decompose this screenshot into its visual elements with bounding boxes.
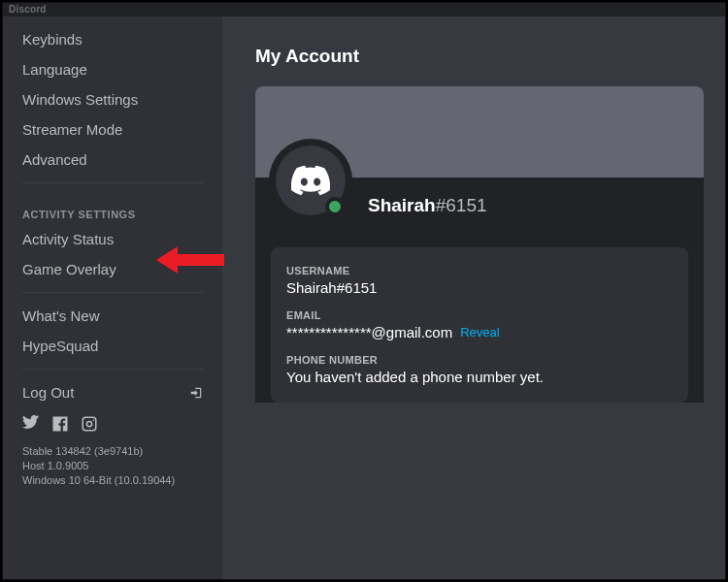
sidebar-header-activity: ACTIVITY SETTINGS: [13, 191, 213, 224]
social-links: [13, 407, 213, 438]
sidebar-item-activity-status[interactable]: Activity Status: [13, 224, 213, 254]
discriminator: #6151: [436, 195, 487, 216]
separator: [22, 369, 203, 370]
settings-sidebar: Keybinds Language Windows Settings Strea…: [3, 16, 222, 579]
profile-header: Shairah#6151: [255, 178, 704, 234]
separator: [22, 182, 203, 183]
twitter-icon[interactable]: [22, 415, 40, 436]
field-value-username: Shairah#6151: [286, 279, 673, 296]
content-area: My Account Shairah#6151: [222, 16, 725, 579]
field-label-email: EMAIL: [286, 309, 673, 321]
build-line: Stable 134842 (3e9741b): [22, 444, 203, 459]
app-window: Discord Keybinds Language Windows Settin…: [2, 2, 726, 580]
account-fields: USERNAME Shairah#6151 EMAIL ************…: [271, 247, 688, 403]
sidebar-item-game-overlay[interactable]: Game Overlay: [13, 254, 213, 284]
separator: [22, 292, 203, 293]
logout-icon: [189, 386, 203, 400]
build-info: Stable 134842 (3e9741b) Host 1.0.9005 Wi…: [13, 438, 213, 494]
sidebar-item-logout[interactable]: Log Out: [13, 377, 213, 407]
display-name: Shairah#6151: [368, 195, 487, 216]
discord-logo-icon: [291, 161, 330, 200]
account-card: Shairah#6151 USERNAME Shairah#6151 EMAIL…: [255, 86, 704, 403]
status-online-icon: [325, 197, 345, 216]
field-label-phone: PHONE NUMBER: [286, 354, 673, 366]
field-value-phone: You haven't added a phone number yet.: [286, 369, 673, 385]
email-masked: ***************@gmail.com: [286, 324, 452, 340]
sidebar-item-advanced[interactable]: Advanced: [13, 145, 213, 175]
field-value-email: ***************@gmail.com Reveal: [286, 324, 673, 340]
layout: Keybinds Language Windows Settings Strea…: [3, 16, 725, 579]
titlebar: Discord: [3, 3, 725, 16]
page-title: My Account: [255, 46, 725, 67]
sidebar-item-hypesquad[interactable]: HypeSquad: [13, 331, 213, 361]
reveal-email-link[interactable]: Reveal: [460, 325, 499, 340]
username-text: Shairah: [368, 195, 436, 216]
logout-label: Log Out: [22, 384, 74, 401]
app-title: Discord: [9, 4, 47, 15]
build-line: Windows 10 64-Bit (10.0.19044): [22, 473, 203, 488]
sidebar-item-language[interactable]: Language: [13, 54, 213, 84]
field-label-username: USERNAME: [286, 265, 673, 276]
instagram-icon[interactable]: [81, 415, 98, 436]
avatar-container: [269, 139, 352, 222]
facebook-icon[interactable]: [51, 415, 69, 436]
sidebar-item-keybinds[interactable]: Keybinds: [13, 24, 213, 54]
sidebar-item-streamer-mode[interactable]: Streamer Mode: [13, 114, 213, 145]
sidebar-item-windows-settings[interactable]: Windows Settings: [13, 84, 213, 114]
build-line: Host 1.0.9005: [22, 459, 203, 473]
sidebar-item-whats-new[interactable]: What's New: [13, 301, 213, 331]
